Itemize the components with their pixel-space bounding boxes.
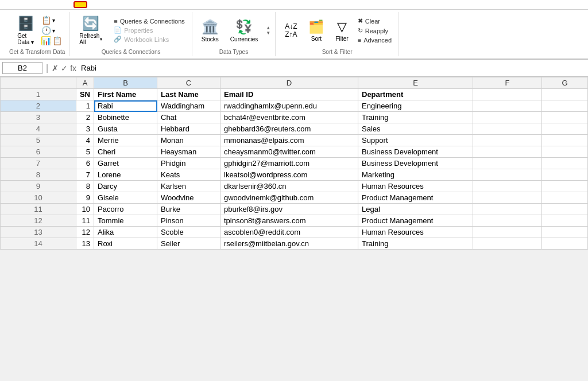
- last-name-cell[interactable]: Karlsen: [157, 181, 220, 192]
- from-table-button[interactable]: 📋 ▾: [41, 15, 62, 25]
- last-name-cell[interactable]: Heaysman: [157, 146, 220, 158]
- dept-cell[interactable]: Training: [358, 112, 473, 123]
- recent-sources-button[interactable]: 🕐 ▾: [41, 26, 62, 35]
- table-row[interactable]: 3 2 Bobinette Chat bchat4r@eventbrite.co…: [1, 112, 588, 123]
- first-name-cell[interactable]: Garret: [94, 158, 157, 169]
- sn-cell[interactable]: 8: [76, 181, 94, 192]
- table-row[interactable]: 8 7 Lorene Keats lkeatsoi@wordpress.com …: [1, 169, 588, 181]
- email-cell[interactable]: rseilers@miitbeian.gov.cn: [220, 238, 358, 250]
- sn-cell[interactable]: 12: [76, 227, 94, 238]
- dept-cell[interactable]: Support: [358, 135, 473, 146]
- sn-cell[interactable]: 5: [76, 146, 94, 158]
- confirm-formula-icon[interactable]: ✓: [61, 64, 68, 73]
- dept-cell[interactable]: Engineering: [358, 100, 473, 112]
- sn-cell[interactable]: 9: [76, 192, 94, 204]
- refresh-all-button[interactable]: 🔄 RefreshAll ▾: [75, 13, 107, 48]
- last-name-header[interactable]: Last Name: [157, 89, 220, 100]
- col-header-b[interactable]: B: [94, 77, 157, 89]
- dept-cell[interactable]: Product Management: [358, 192, 473, 204]
- table-row[interactable]: 13 12 Alika Scoble ascoblen0@reddit.com …: [1, 227, 588, 238]
- table-row[interactable]: 14 13 Roxi Seiler rseilers@miitbeian.gov…: [1, 238, 588, 250]
- first-name-cell[interactable]: Rabi: [94, 100, 157, 112]
- sn-cell[interactable]: 4: [76, 135, 94, 146]
- menu-insert[interactable]: [32, 2, 44, 7]
- scroll-up-arrow[interactable]: ▲: [266, 26, 270, 30]
- first-name-cell[interactable]: Cheri: [94, 146, 157, 158]
- dept-cell[interactable]: Training: [358, 238, 473, 250]
- menu-review[interactable]: [90, 2, 101, 7]
- last-name-cell[interactable]: Pinson: [157, 215, 220, 227]
- col-header-a[interactable]: A: [76, 77, 94, 89]
- stocks-button[interactable]: 🏛️ Stocks: [197, 17, 223, 45]
- dept-cell[interactable]: Business Development: [358, 158, 473, 169]
- table-row[interactable]: 2 1 Rabi Waddingham rwaddinghamlx@upenn.…: [1, 100, 588, 112]
- table-row[interactable]: 6 5 Cheri Heaysman cheaysmanm0@twitter.c…: [1, 146, 588, 158]
- get-data-button[interactable]: 🗄️ GetData ▾: [13, 13, 39, 48]
- email-header[interactable]: Email ID: [220, 89, 358, 100]
- sn-cell[interactable]: 7: [76, 169, 94, 181]
- currencies-button[interactable]: 💱 Currencies: [226, 17, 262, 45]
- cancel-formula-icon[interactable]: ✗: [52, 64, 59, 73]
- dept-cell[interactable]: Marketing: [358, 169, 473, 181]
- queries-connections-item[interactable]: ≡ Queries & Connections: [111, 17, 187, 25]
- table-row[interactable]: 1 SN First Name Last Name Email ID Depar…: [1, 89, 588, 100]
- sn-header[interactable]: SN: [76, 89, 94, 100]
- dept-cell[interactable]: Human Resources: [358, 181, 473, 192]
- dept-cell[interactable]: Business Development: [358, 146, 473, 158]
- email-cell[interactable]: rwaddinghamlx@upenn.edu: [220, 100, 358, 112]
- sn-cell[interactable]: 13: [76, 238, 94, 250]
- first-name-cell[interactable]: Tommie: [94, 215, 157, 227]
- email-cell[interactable]: bchat4r@eventbrite.com: [220, 112, 358, 123]
- dept-cell[interactable]: Legal: [358, 204, 473, 215]
- last-name-cell[interactable]: Burke: [157, 204, 220, 215]
- scroll-down-arrow[interactable]: ▼: [266, 31, 270, 36]
- table-row[interactable]: 12 11 Tommie Pinson tpinson8t@answers.co…: [1, 215, 588, 227]
- email-cell[interactable]: gphidgin27@marriott.com: [220, 158, 358, 169]
- last-name-cell[interactable]: Keats: [157, 169, 220, 181]
- table-row[interactable]: 9 8 Darcy Karlsen dkarlsenir@360.cn Huma…: [1, 181, 588, 192]
- table-row[interactable]: 10 9 Gisele Woodvine gwoodvinemk@github.…: [1, 192, 588, 204]
- last-name-cell[interactable]: Chat: [157, 112, 220, 123]
- filter-button[interactable]: ▽ Filter: [331, 17, 353, 44]
- dept-cell[interactable]: Human Resources: [358, 227, 473, 238]
- sn-cell[interactable]: 11: [76, 215, 94, 227]
- table-row[interactable]: 11 10 Pacorro Burke pburkef8@irs.gov Leg…: [1, 204, 588, 215]
- dept-cell[interactable]: Sales: [358, 123, 473, 135]
- col-header-c[interactable]: C: [157, 77, 220, 89]
- advanced-button[interactable]: ≡ Advanced: [355, 36, 394, 44]
- menu-page-layout[interactable]: [46, 2, 57, 7]
- email-cell[interactable]: ghebbard36@reuters.com: [220, 123, 358, 135]
- first-name-cell[interactable]: Bobinette: [94, 112, 157, 123]
- last-name-cell[interactable]: Scoble: [157, 227, 220, 238]
- reapply-button[interactable]: ↻ Reapply: [355, 26, 394, 35]
- first-name-cell[interactable]: Merrie: [94, 135, 157, 146]
- last-name-cell[interactable]: Seiler: [157, 238, 220, 250]
- dept-cell[interactable]: Product Management: [358, 215, 473, 227]
- sort-button[interactable]: 🗂️ Sort: [304, 17, 328, 44]
- table-row[interactable]: 4 3 Gusta Hebbard ghebbard36@reuters.com…: [1, 123, 588, 135]
- email-cell[interactable]: ascoblen0@reddit.com: [220, 227, 358, 238]
- col-header-d[interactable]: D: [220, 77, 358, 89]
- last-name-cell[interactable]: Hebbard: [157, 123, 220, 135]
- menu-formulas[interactable]: [60, 2, 71, 7]
- email-cell[interactable]: pburkef8@irs.gov: [220, 204, 358, 215]
- table-row[interactable]: 5 4 Merrie Monan mmonanas@elpais.com Sup…: [1, 135, 588, 146]
- first-name-cell[interactable]: Gusta: [94, 123, 157, 135]
- col-header-e[interactable]: E: [358, 77, 473, 89]
- col-header-g[interactable]: G: [542, 77, 588, 89]
- email-cell[interactable]: lkeatsoi@wordpress.com: [220, 169, 358, 181]
- first-name-cell[interactable]: Alika: [94, 227, 157, 238]
- sn-cell[interactable]: 6: [76, 158, 94, 169]
- insert-function-icon[interactable]: fx: [70, 64, 76, 73]
- sn-cell[interactable]: 3: [76, 123, 94, 135]
- dept-header[interactable]: Department: [358, 89, 473, 100]
- col-header-f[interactable]: F: [473, 77, 542, 89]
- last-name-cell[interactable]: Woodvine: [157, 192, 220, 204]
- first-name-header[interactable]: First Name: [94, 89, 157, 100]
- first-name-cell[interactable]: Roxi: [94, 238, 157, 250]
- data-types-scroll[interactable]: ▲ ▼: [266, 26, 270, 36]
- first-name-cell[interactable]: Gisele: [94, 192, 157, 204]
- existing-connections-button[interactable]: 📊 📋: [41, 36, 62, 45]
- email-cell[interactable]: cheaysmanm0@twitter.com: [220, 146, 358, 158]
- sort-az-button[interactable]: A↓Z Z↑A: [280, 20, 301, 41]
